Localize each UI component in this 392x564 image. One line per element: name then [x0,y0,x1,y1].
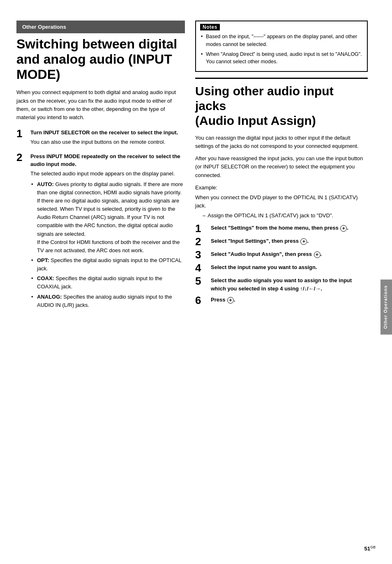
step-2-body: The selected audio input mode appears on… [30,170,185,178]
right-step-1-text: Select "Settings" from the home menu, th… [211,224,368,232]
right-step-6-num: 6 [195,295,208,306]
section2-intro-2: After you have reassigned the input jack… [195,154,368,179]
page-number: 51GB [364,545,376,552]
right-step-1-num: 1 [195,223,208,234]
step-1-content: Turn INPUT SELECTOR on the receiver to s… [30,129,185,146]
bullet-coax-label: COAX: [37,275,54,281]
right-step-4-text: Select the input name you want to assign… [211,263,368,272]
notes-box: Notes Based on the input, "------" appea… [195,21,368,72]
right-step-3: 3 Select "Audio Input Assign", then pres… [195,250,368,260]
bullet-opt-label: OPT: [37,257,49,263]
right-step-3-num: 3 [195,249,208,260]
page-num-suffix: GB [370,545,376,549]
dash-item: Assign the OPTICAL IN 1 (SAT/CATV) jack … [195,212,368,220]
page-num-value: 51 [364,546,370,552]
right-step-6: 6 Press +. [195,296,368,306]
circle-btn-6: + [227,297,234,304]
step-2-bullets: AUTO: Gives priority to digital audio si… [30,180,185,309]
right-step-2-text: Select "Input Settings", then press +. [211,237,368,245]
bullet-coax-text: Specifies the digital audio signals inpu… [37,275,162,290]
page: Other Operations Switching between digit… [0,0,392,564]
bullet-auto: AUTO: Gives priority to digital audio si… [30,180,185,255]
step-2-content: Press INPUT MODE repeatedly on the recei… [30,153,185,309]
right-steps: 1 Select "Settings" from the home menu, … [195,224,368,306]
bullet-coax: COAX: Specifies the digital audio signal… [30,274,185,291]
step-2: 2 Press INPUT MODE repeatedly on the rec… [16,153,185,311]
bullet-auto-text2: If there are no digital audio signals, a… [37,198,179,237]
other-ops-label: Other Operations [16,21,185,33]
bullet-opt: OPT: Specifies the digital audio signals… [30,256,185,273]
right-step-1: 1 Select "Settings" from the home menu, … [195,224,368,234]
section2-intro-1: You can reassign the digital input jacks… [195,134,368,150]
main-title: Switching between digital and analog aud… [16,37,185,82]
right-step-5-num: 5 [195,276,208,286]
bullet-auto-label: AUTO: [37,181,54,187]
circle-btn-3: + [314,251,321,258]
example-body: When you connect the DVD player to the O… [195,193,368,210]
step-1-number: 1 [16,128,22,139]
right-step-5-text: Select the audio signals you want to ass… [211,276,368,292]
bullet-analog-label: ANALOG: [37,294,62,300]
bullet-opt-text: Specifies the digital audio signals inpu… [37,257,181,272]
note-2: When "Analog Direct" is being used, audi… [200,51,363,66]
right-step-6-text: Press +. [211,296,368,304]
section2-title: Using other audio input jacks(Audio Inpu… [195,78,368,128]
right-step-2: 2 Select "Input Settings", then press +. [195,237,368,247]
bullet-auto-text: Gives priority to digital audio signals.… [37,181,183,196]
example-label: Example: [195,184,368,192]
circle-btn-1: + [340,225,347,232]
right-step-3-text: Select "Audio Input Assign", then press … [211,250,368,258]
left-column: Other Operations Switching between digit… [16,21,185,315]
intro-text: When you connect equipment to both digit… [16,88,185,122]
step-2-heading: Press INPUT MODE repeatedly on the recei… [30,153,185,168]
bullet-auto-text3: If the Control for HDMI functions of bot… [37,239,180,253]
right-step-5: 5 Select the audio signals you want to a… [195,276,368,292]
step-1-heading: Turn INPUT SELECTOR on the receiver to s… [30,129,185,137]
notes-title: Notes [200,24,220,30]
note-1: Based on the input, "------" appears on … [200,33,363,48]
right-column: Notes Based on the input, "------" appea… [195,21,368,309]
step-2-number: 2 [16,152,22,163]
side-tab: Other Operations [380,279,392,334]
right-step-2-num: 2 [195,236,208,247]
bullet-analog: ANALOG: Specifies the analog audio signa… [30,293,185,309]
right-step-4: 4 Select the input name you want to assi… [195,263,368,273]
step-1-body: You can also use the input buttons on th… [30,138,185,146]
notes-list: Based on the input, "------" appears on … [200,33,363,66]
circle-btn-2: + [300,238,307,245]
right-step-4-num: 4 [195,262,208,273]
side-tab-label: Other Operations [383,285,388,329]
step-1: 1 Turn INPUT SELECTOR on the receiver to… [16,129,185,149]
